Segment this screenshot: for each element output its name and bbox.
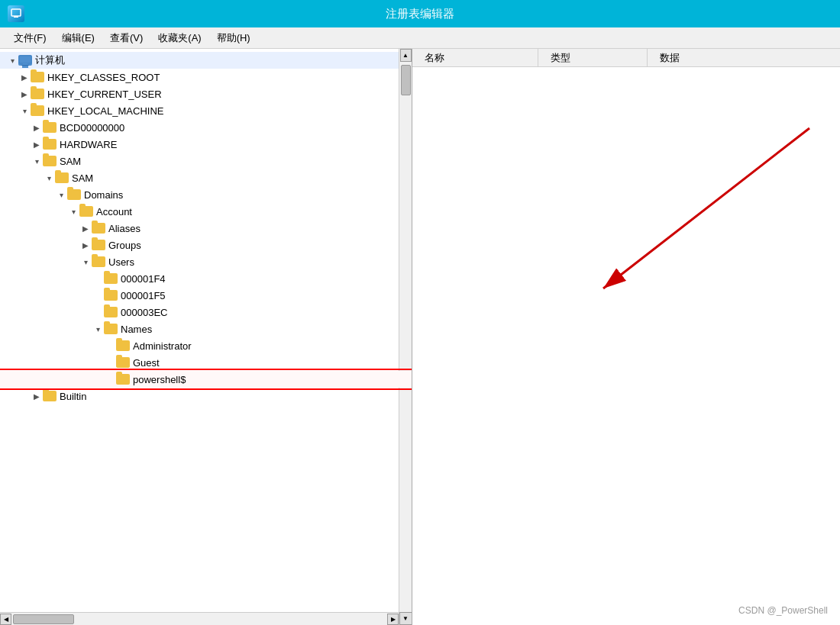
expander-bcd[interactable]: ▶ bbox=[31, 121, 43, 134]
tree-node-user3ec[interactable]: ▶ 000003EC bbox=[0, 304, 412, 321]
hscroll-thumb[interactable] bbox=[13, 614, 74, 624]
folder-icon-names bbox=[104, 324, 118, 334]
svg-rect-0 bbox=[11, 9, 21, 16]
tree-node-domains[interactable]: ▾ Domains bbox=[0, 186, 412, 203]
computer-label: 计算机 bbox=[35, 53, 65, 67]
expander-domains[interactable]: ▾ bbox=[55, 188, 67, 201]
menu-edit[interactable]: 编辑(E) bbox=[54, 28, 102, 48]
scroll-up-btn[interactable]: ▲ bbox=[400, 49, 412, 62]
right-panel: 名称 类型 数据 CSDN @_PowerShell bbox=[412, 49, 840, 625]
folder-icon-hardware bbox=[43, 139, 57, 150]
label-powershell: powershell$ bbox=[133, 374, 186, 385]
label-names: Names bbox=[121, 324, 152, 335]
expander-sam2[interactable]: ▾ bbox=[43, 172, 55, 184]
scroll-right-btn[interactable]: ▶ bbox=[387, 614, 399, 625]
tree-node-names[interactable]: ▾ Names bbox=[0, 321, 412, 337]
expander-hkcu[interactable]: ▶ bbox=[18, 88, 31, 100]
tree-node-hklm[interactable]: ▾ HKEY_LOCAL_MACHINE bbox=[0, 102, 412, 119]
menu-view[interactable]: 查看(V) bbox=[102, 28, 150, 48]
tree-node-powershell[interactable]: ▶ powershell$ bbox=[0, 371, 412, 388]
tree-node-user1f5[interactable]: ▶ 000001F5 bbox=[0, 287, 412, 304]
expander-groups[interactable]: ▶ bbox=[79, 239, 92, 251]
svg-rect-4 bbox=[23, 63, 27, 65]
scroll-down-btn[interactable]: ▼ bbox=[399, 612, 412, 625]
menu-bar: 文件(F) 编辑(E) 查看(V) 收藏夹(A) 帮助(H) bbox=[0, 27, 840, 49]
menu-file[interactable]: 文件(F) bbox=[6, 28, 54, 48]
folder-icon-user3ec bbox=[104, 307, 118, 317]
expander-computer[interactable]: ▾ bbox=[6, 54, 18, 66]
folder-icon-sam bbox=[43, 156, 57, 166]
expander-hkcr[interactable]: ▶ bbox=[18, 71, 31, 83]
folder-icon-guest bbox=[116, 357, 130, 368]
folder-icon-admin bbox=[116, 340, 130, 351]
expander-hardware[interactable]: ▶ bbox=[31, 138, 43, 150]
label-aliases: Aliases bbox=[108, 223, 141, 234]
label-domains: Domains bbox=[84, 189, 123, 201]
main-area: ▾ 计算机 ▶ HKEY_CLASSES_ROOT bbox=[0, 49, 840, 625]
tree-node-computer[interactable]: ▾ 计算机 bbox=[0, 52, 412, 69]
expander-account[interactable]: ▾ bbox=[67, 205, 79, 217]
label-bcd: BCD00000000 bbox=[60, 122, 124, 134]
label-hklm: HKEY_LOCAL_MACHINE bbox=[47, 105, 163, 117]
menu-help[interactable]: 帮助(H) bbox=[209, 28, 258, 48]
expander-aliases[interactable]: ▶ bbox=[79, 222, 92, 234]
right-body: CSDN @_PowerShell bbox=[412, 67, 840, 625]
col-data: 数据 bbox=[648, 48, 840, 68]
scroll-left-btn[interactable]: ◀ bbox=[0, 614, 11, 625]
folder-icon-aliases bbox=[92, 223, 105, 234]
tree-node-users[interactable]: ▾ Users bbox=[0, 253, 412, 270]
label-hardware: HARDWARE bbox=[60, 139, 117, 150]
expander-builtin[interactable]: ▶ bbox=[31, 390, 43, 402]
tree-node-guest[interactable]: ▶ Guest bbox=[0, 354, 412, 371]
tree-node-account[interactable]: ▾ Account bbox=[0, 203, 412, 220]
svg-line-7 bbox=[603, 128, 809, 288]
label-sam: SAM bbox=[60, 156, 81, 167]
folder-icon-users bbox=[92, 256, 105, 267]
tree-content: ▾ 计算机 ▶ HKEY_CLASSES_ROOT bbox=[0, 49, 412, 625]
h-scrollbar[interactable]: ◀ ▶ bbox=[0, 612, 399, 625]
label-hkcr: HKEY_CLASSES_ROOT bbox=[47, 72, 160, 83]
tree-node-hardware[interactable]: ▶ HARDWARE bbox=[0, 136, 412, 153]
expander-users[interactable]: ▾ bbox=[79, 256, 92, 268]
svg-rect-1 bbox=[14, 16, 18, 18]
folder-icon-sam2 bbox=[55, 172, 69, 183]
label-groups: Groups bbox=[108, 240, 141, 251]
svg-rect-2 bbox=[19, 56, 31, 63]
menu-favorites[interactable]: 收藏夹(A) bbox=[150, 28, 208, 48]
tree-node-groups[interactable]: ▶ Groups bbox=[0, 237, 412, 253]
label-hkcu: HKEY_CURRENT_USER bbox=[47, 89, 162, 100]
tree-node-sam2[interactable]: ▾ SAM bbox=[0, 169, 412, 186]
window-title: 注册表编辑器 bbox=[386, 7, 454, 21]
scroll-thumb[interactable] bbox=[401, 65, 411, 95]
col-type: 类型 bbox=[538, 48, 648, 68]
label-user1f5: 000001F5 bbox=[121, 290, 166, 301]
label-builtin: Builtin bbox=[60, 391, 86, 402]
tree-node-sam[interactable]: ▾ SAM bbox=[0, 153, 412, 169]
folder-icon-builtin bbox=[43, 391, 57, 401]
folder-icon-bcd bbox=[43, 122, 57, 133]
folder-icon-domains bbox=[67, 189, 81, 200]
tree-scrollbar[interactable]: ▲ ▼ bbox=[399, 49, 412, 625]
watermark: CSDN @_PowerShell bbox=[738, 605, 828, 616]
label-sam2: SAM bbox=[72, 172, 93, 184]
title-bar: 注册表编辑器 bbox=[0, 0, 840, 27]
tree-node-bcd[interactable]: ▶ BCD00000000 bbox=[0, 119, 412, 136]
folder-icon-hklm bbox=[31, 105, 44, 116]
tree-node-admin[interactable]: ▶ Administrator bbox=[0, 337, 412, 354]
tree-panel: ▾ 计算机 ▶ HKEY_CLASSES_ROOT bbox=[0, 49, 412, 625]
tree-node-user1f4[interactable]: ▶ 000001F4 bbox=[0, 270, 412, 287]
expander-names[interactable]: ▾ bbox=[92, 323, 104, 335]
folder-icon-user1f4 bbox=[104, 273, 118, 284]
folder-icon-groups bbox=[92, 240, 105, 250]
col-name: 名称 bbox=[412, 48, 538, 68]
app-icon bbox=[8, 5, 24, 22]
tree-node-hkcr[interactable]: ▶ HKEY_CLASSES_ROOT bbox=[0, 69, 412, 85]
tree-node-hkcu[interactable]: ▶ HKEY_CURRENT_USER bbox=[0, 85, 412, 102]
expander-sam[interactable]: ▾ bbox=[31, 155, 43, 167]
tree-node-builtin[interactable]: ▶ Builtin bbox=[0, 388, 412, 404]
label-account: Account bbox=[96, 206, 132, 217]
label-admin: Administrator bbox=[133, 340, 192, 352]
expander-hklm[interactable]: ▾ bbox=[18, 105, 31, 117]
tree-node-aliases[interactable]: ▶ Aliases bbox=[0, 220, 412, 237]
red-arrow bbox=[588, 113, 817, 327]
